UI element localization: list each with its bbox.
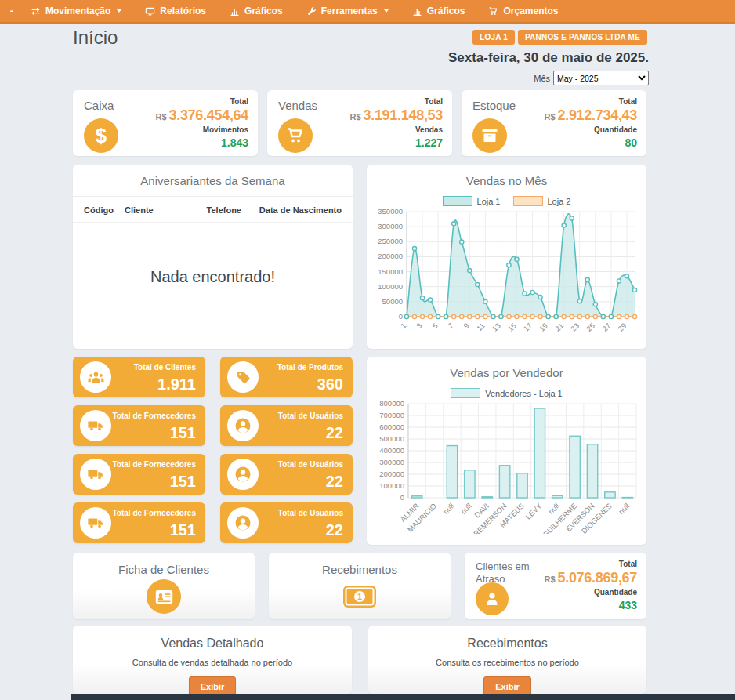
display-icon [145, 6, 155, 16]
svg-text:150000: 150000 [378, 267, 403, 276]
month-selector-row: Mês May - 2025 [534, 71, 649, 85]
total-label: Total [155, 96, 248, 107]
feature-card-ficha-clientes[interactable]: Ficha de Clientes [73, 553, 255, 619]
nav-item-graficos-1[interactable]: Gráficos [218, 0, 295, 22]
svg-text:null: null [441, 502, 455, 516]
count-label: Vendas [349, 125, 443, 136]
svg-text:500000: 500000 [379, 434, 404, 443]
stat-value: 151 [170, 473, 196, 491]
svg-text:21: 21 [553, 321, 565, 333]
card-title: Recebimentos [269, 553, 451, 576]
company-badge: PANNOS E PANNOS LTDA ME [518, 30, 647, 45]
stat-label: Total de Usuários [278, 412, 343, 420]
total-value: R$3.376.454,64 [155, 107, 248, 125]
svg-text:9: 9 [462, 321, 471, 331]
count-value: 1.843 [155, 136, 248, 150]
action-card-vendas-detalhado: Vendas Detalhado Consulta de vendas deta… [73, 626, 352, 694]
card-title: Vendas [278, 99, 317, 112]
svg-text:600000: 600000 [379, 423, 404, 431]
svg-text:250000: 250000 [378, 237, 403, 245]
count-value: 433 [544, 598, 637, 612]
month-label: Mês [534, 74, 550, 83]
card-title: Recebimentos [368, 626, 646, 651]
user-circle-icon [227, 507, 259, 539]
stat-cards-grid: Total de Clientes 1.911 Total de Produto… [73, 357, 353, 543]
user-circle-icon [227, 410, 259, 441]
dollar-circle-icon: $ [84, 118, 118, 153]
stat-value: 360 [317, 375, 343, 394]
svg-text:350000: 350000 [378, 207, 403, 216]
svg-text:15: 15 [506, 321, 518, 333]
legend-swatch-vendedores [451, 388, 480, 398]
nav-item-orcamentos[interactable]: Orçamentos [476, 0, 570, 22]
caret-down-icon [117, 9, 121, 13]
table-header: Código Cliente Telefone Data de Nascimen… [73, 197, 353, 223]
nav-label: Orçamentos [503, 5, 558, 16]
svg-text:200000: 200000 [378, 252, 403, 260]
month-select[interactable]: May - 2025 [553, 71, 649, 85]
svg-text:3: 3 [415, 321, 424, 331]
feature-card-recebimentos[interactable]: Recebimentos 1 [269, 553, 451, 619]
empty-message: Nada encontrado! [73, 268, 353, 286]
person-icon [476, 582, 509, 615]
nav-label: Movimentação [45, 5, 110, 16]
svg-text:27: 27 [600, 321, 612, 333]
store-badge: LOJA 1 [472, 30, 515, 45]
nav-item-relatorios[interactable]: Relatórios [133, 0, 218, 22]
svg-text:11: 11 [475, 321, 487, 333]
legend-label: Loja 2 [548, 197, 571, 206]
svg-text:100000: 100000 [378, 282, 403, 291]
stat-card-usuarios-2[interactable]: Total de Usuários 22 [220, 454, 353, 495]
legend-label: Loja 1 [477, 197, 501, 206]
top-navbar: - Movimentação Relatórios Gráficos Ferra… [0, 0, 735, 24]
svg-text:19: 19 [538, 321, 549, 333]
stat-card-fornecedores-2[interactable]: Total de Fornecedores 151 [73, 454, 205, 495]
svg-text:800000: 800000 [379, 399, 404, 408]
birthdays-panel: Aniversariantes da Semana Código Cliente… [73, 165, 353, 349]
stat-card-produtos[interactable]: Total de Produtos 360 [220, 357, 353, 397]
stat-label: Total de Fornecedores [112, 509, 196, 517]
svg-text:700000: 700000 [379, 411, 404, 419]
nav-label: Ferramentas [321, 5, 378, 16]
svg-text:5: 5 [430, 321, 440, 331]
users-icon [80, 361, 111, 393]
nav-item-movimentacao[interactable]: Movimentação [19, 0, 133, 22]
nav-item-ferramentas[interactable]: Ferramentas [295, 0, 400, 22]
stat-card-fornecedores-3[interactable]: Total de Fornecedores 151 [73, 502, 205, 543]
svg-text:null: null [459, 502, 473, 516]
svg-text:200000: 200000 [379, 470, 404, 478]
nav-item-graficos-2[interactable]: Gráficos [400, 0, 477, 22]
money-bill-icon: 1 [342, 579, 377, 614]
count-value: 1.227 [349, 136, 443, 150]
svg-text:null: null [617, 502, 631, 516]
stat-value: 151 [170, 424, 196, 442]
user-circle-icon [227, 459, 259, 490]
total-value: R$3.191.148,53 [349, 107, 443, 125]
stat-value: 22 [326, 424, 343, 442]
card-subtitle: Consulta os recebimentos no período [368, 658, 646, 667]
stat-label: Total de Usuários [278, 460, 343, 469]
total-value: R$2.912.734,43 [544, 107, 637, 125]
wrench-icon [306, 6, 317, 16]
nav-label: Relatórios [160, 5, 206, 16]
stat-label: Total de Fornecedores [112, 412, 196, 420]
stat-card-fornecedores-1[interactable]: Total de Fornecedores 151 [73, 405, 205, 446]
nav-overflow-item[interactable]: - [5, 5, 19, 16]
svg-text:29: 29 [616, 321, 628, 333]
stat-card-usuarios-1[interactable]: Total de Usuários 22 [220, 405, 353, 446]
card-title: Caixa [84, 99, 114, 112]
stat-card-clientes[interactable]: Total de Clientes 1.911 [73, 357, 205, 397]
total-value: R$5.076.869,67 [544, 570, 637, 587]
svg-text:17: 17 [522, 321, 534, 333]
svg-text:7: 7 [446, 321, 455, 331]
month-sales-chart: 0500001000001500002000002500003000003500… [371, 207, 643, 337]
stat-card-usuarios-3[interactable]: Total de Usuários 22 [220, 502, 353, 543]
summary-card-estoque: Estoque Total R$2.912.734,43 Quantidade … [462, 90, 646, 156]
vendor-sales-panel: Vendas por Vendedor Vendedores - Loja 1 … [367, 357, 646, 545]
column-nascimento: Data de Nascimento [252, 205, 342, 215]
exchange-icon [31, 6, 41, 16]
card-title: Vendas Detalhado [73, 626, 352, 651]
footer-strip [71, 694, 735, 700]
total-label: Total [544, 559, 637, 570]
summary-card-caixa: Caixa $ Total R$3.376.454,64 Movimentos … [73, 90, 258, 156]
